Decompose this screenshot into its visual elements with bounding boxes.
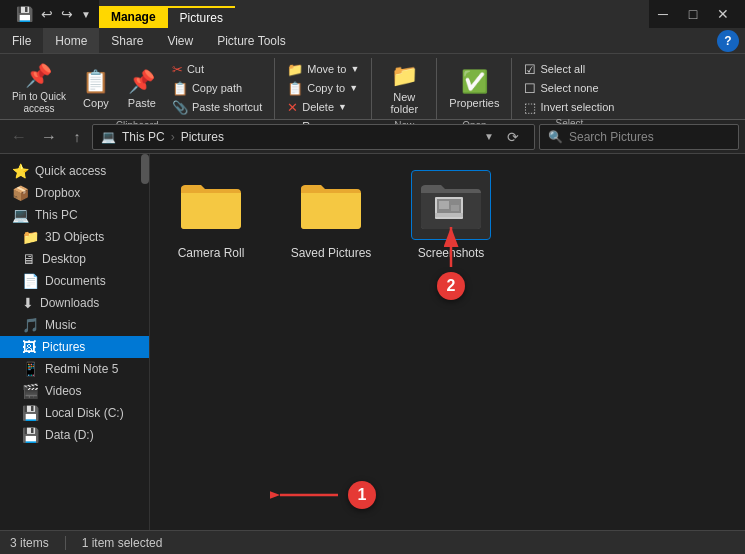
paste-shortcut-button[interactable]: 📎 Paste shortcut (166, 98, 268, 116)
annotation-2-area: 2 (421, 219, 481, 300)
tab-pictures-title[interactable]: Pictures (168, 6, 235, 28)
data-d-icon: 💾 (22, 427, 39, 443)
ribbon: 📌 Pin to Quick access 📋 Copy 📌 Paste ✂ C… (0, 54, 745, 120)
sidebar-item-local-c[interactable]: 💾 Local Disk (C:) (0, 402, 149, 424)
sidebar-item-this-pc[interactable]: 💻 This PC (0, 204, 149, 226)
search-bar[interactable]: 🔍 Search Pictures (539, 124, 739, 150)
copy-path-icon: 📋 (172, 81, 188, 96)
3d-objects-icon: 📁 (22, 229, 39, 245)
file-item-camera-roll[interactable]: Camera Roll (166, 170, 256, 260)
properties-icon: ✅ (461, 69, 488, 95)
minimize-button[interactable]: ─ (649, 3, 677, 25)
qat-save[interactable]: 💾 (14, 4, 35, 24)
address-bar[interactable]: 💻 This PC › Pictures ▼ ⟳ (92, 124, 535, 150)
file-item-screenshots[interactable]: Screenshots 2 (406, 170, 496, 260)
sidebar-item-dropbox[interactable]: 📦 Dropbox (0, 182, 149, 204)
cut-icon: ✂ (172, 62, 183, 77)
ribbon-tabs-row: Manage Pictures (99, 0, 649, 28)
pin-quick-access-button[interactable]: 📌 Pin to Quick access (6, 60, 72, 118)
saved-pictures-label: Saved Pictures (291, 246, 372, 260)
sidebar-item-redmi[interactable]: 📱 Redmi Note 5 (0, 358, 149, 380)
this-pc-icon: 💻 (12, 207, 29, 223)
path-dropdown-icon[interactable]: ▼ (484, 131, 494, 142)
camera-roll-label: Camera Roll (178, 246, 245, 260)
copy-icon: 📋 (82, 69, 109, 95)
clipboard-content: 📌 Pin to Quick access 📋 Copy 📌 Paste ✂ C… (6, 60, 268, 118)
close-button[interactable]: ✕ (709, 3, 737, 25)
saved-pictures-svg (299, 177, 363, 233)
svg-rect-3 (451, 205, 459, 211)
annotation-2-arrow (421, 219, 481, 269)
sidebar-scrollbar-handle[interactable] (141, 154, 149, 184)
svg-rect-4 (435, 213, 463, 217)
search-icon: 🔍 (548, 130, 563, 144)
sidebar-item-pictures[interactable]: 🖼 Pictures (0, 336, 149, 358)
delete-button[interactable]: ✕ Delete ▼ (281, 98, 365, 116)
pictures-icon: 🖼 (22, 339, 36, 355)
item-count: 3 items (10, 536, 49, 550)
annotation-1-area: 1 (270, 480, 376, 510)
sidebar-item-videos[interactable]: 🎬 Videos (0, 380, 149, 402)
cut-button[interactable]: ✂ Cut (166, 60, 268, 78)
music-icon: 🎵 (22, 317, 39, 333)
delete-dropdown-icon: ▼ (338, 102, 347, 112)
file-item-saved-pictures[interactable]: Saved Pictures (286, 170, 376, 260)
ribbon-group-select: ☑ Select all ☐ Select none ⬚ Invert sele… (512, 58, 626, 119)
copy-path-button[interactable]: 📋 Copy path (166, 79, 268, 97)
redmi-icon: 📱 (22, 361, 39, 377)
svg-rect-2 (439, 201, 449, 209)
select-all-button[interactable]: ☑ Select all (518, 60, 620, 78)
paste-icon: 📌 (128, 69, 155, 95)
selected-count: 1 item selected (82, 536, 163, 550)
sidebar-item-data-d[interactable]: 💾 Data (D:) (0, 424, 149, 446)
menu-file[interactable]: File (0, 28, 43, 53)
menu-view[interactable]: View (155, 28, 205, 53)
ribbon-group-organize: 📁 Move to ▼ 📋 Copy to ▼ ✕ Delete ▼ ✏ Ren… (275, 58, 372, 119)
menu-bar: File Home Share View Picture Tools ? (0, 28, 745, 54)
qat-dropdown[interactable]: ▼ (79, 7, 93, 22)
tab-manage[interactable]: Manage (99, 6, 168, 28)
properties-button[interactable]: ✅ Properties (443, 60, 505, 118)
quick-access-icon: ⭐ (12, 163, 29, 179)
status-separator (65, 536, 66, 550)
menu-picture-tools[interactable]: Picture Tools (205, 28, 297, 53)
back-button[interactable]: ← (6, 124, 32, 150)
qat-redo[interactable]: ↪ (59, 4, 75, 24)
invert-selection-button[interactable]: ⬚ Invert selection (518, 98, 620, 116)
path-computer-icon: 💻 (101, 130, 116, 144)
select-none-button[interactable]: ☐ Select none (518, 79, 620, 97)
move-to-button[interactable]: 📁 Move to ▼ (281, 60, 365, 78)
ribbon-group-new: 📁 New folder New (372, 58, 437, 119)
copy-to-dropdown-icon: ▼ (349, 83, 358, 93)
pin-icon: 📌 (25, 63, 52, 89)
path-this-pc: This PC (122, 130, 165, 144)
copy-to-icon: 📋 (287, 81, 303, 96)
copy-to-button[interactable]: 📋 Copy to ▼ (281, 79, 365, 97)
delete-icon: ✕ (287, 100, 298, 115)
copy-button[interactable]: 📋 Copy (74, 60, 118, 118)
up-button[interactable]: ↑ (66, 126, 88, 148)
window-controls: ─ □ ✕ (649, 3, 737, 25)
sidebar-item-music[interactable]: 🎵 Music (0, 314, 149, 336)
ribbon-group-clipboard: 📌 Pin to Quick access 📋 Copy 📌 Paste ✂ C… (0, 58, 275, 119)
forward-button[interactable]: → (36, 124, 62, 150)
sidebar-item-documents[interactable]: 📄 Documents (0, 270, 149, 292)
maximize-button[interactable]: □ (679, 3, 707, 25)
paste-button[interactable]: 📌 Paste (120, 60, 164, 118)
help-button[interactable]: ? (717, 30, 739, 52)
menu-home[interactable]: Home (43, 28, 99, 53)
dropbox-icon: 📦 (12, 185, 29, 201)
refresh-button[interactable]: ⟳ (500, 124, 526, 150)
sidebar-item-downloads[interactable]: ⬇ Downloads (0, 292, 149, 314)
select-btns: ☑ Select all ☐ Select none ⬚ Invert sele… (518, 60, 620, 116)
sidebar-item-3d-objects[interactable]: 📁 3D Objects (0, 226, 149, 248)
select-none-icon: ☐ (524, 81, 536, 96)
qat-undo[interactable]: ↩ (39, 4, 55, 24)
sidebar-item-quick-access[interactable]: ⭐ Quick access (0, 160, 149, 182)
sidebar-item-desktop[interactable]: 🖥 Desktop (0, 248, 149, 270)
camera-roll-svg (179, 177, 243, 233)
move-to-dropdown-icon: ▼ (350, 64, 359, 74)
menu-share[interactable]: Share (99, 28, 155, 53)
new-folder-button[interactable]: 📁 New folder (378, 60, 430, 118)
downloads-icon: ⬇ (22, 295, 34, 311)
